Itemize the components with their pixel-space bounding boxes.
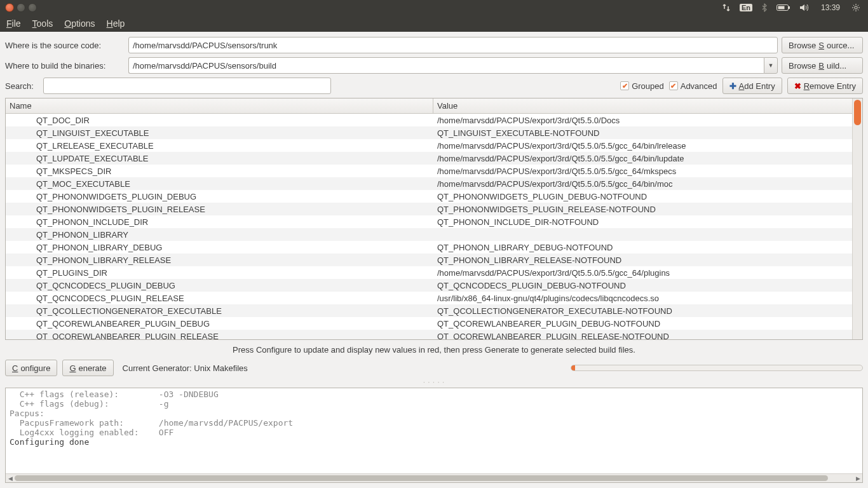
menu-options[interactable]: Options [64,18,95,29]
volume-icon[interactable] [799,3,810,12]
build-path-dropdown-button[interactable]: ▼ [764,57,778,74]
cache-var-value[interactable]: /home/marvsdd/PACPUS/export/3rd/Qt5.5.0/… [433,116,852,125]
window-close-button[interactable] [5,3,14,12]
cache-var-name: QT_PHONONWIDGETS_PLUGIN_DEBUG [6,192,433,201]
app-menubar: File Tools Options Help [0,15,868,32]
bluetooth-icon[interactable] [761,3,768,12]
table-row[interactable]: QT_PHONON_LIBRARY [6,228,852,241]
source-label: Where is the source code: [5,41,125,50]
cache-var-name: QT_LINGUIST_EXECUTABLE [6,128,433,138]
cache-var-name: QT_MOC_EXECUTABLE [6,179,433,189]
window-controls [3,3,37,12]
cache-var-value[interactable]: /usr/lib/x86_64-linux-gnu/qt4/plugins/co… [433,294,852,303]
keyboard-language-indicator[interactable]: En [740,4,752,11]
cache-var-name: QT_LRELEASE_EXECUTABLE [6,141,433,151]
table-row[interactable]: QT_PHONON_INCLUDE_DIRQT_PHONON_INCLUDE_D… [6,215,852,228]
network-icon[interactable] [722,3,731,12]
table-row[interactable]: QT_QCOREWLANBEARER_PLUGIN_RELEASEQT_QCOR… [6,330,852,339]
browse-build-button[interactable]: Browse Build... [782,57,863,74]
plus-icon: ✚ [729,81,736,91]
scrollbar-thumb[interactable] [854,100,861,125]
table-row[interactable]: QT_PHONON_LIBRARY_RELEASEQT_PHONON_LIBRA… [6,254,852,266]
cache-var-name: QT_QCOREWLANBEARER_PLUGIN_DEBUG [6,319,433,329]
add-entry-button[interactable]: ✚ Add Entry [722,78,782,94]
table-header: Name Value [6,98,852,114]
cache-var-name: QT_MKSPECS_DIR [6,166,433,176]
cache-var-value[interactable]: QT_PHONON_INCLUDE_DIR-NOTFOUND [433,217,852,227]
cache-var-value[interactable]: QT_QCOLLECTIONGENERATOR_EXECUTABLE-NOTFO… [433,306,852,316]
scroll-right-arrow-icon[interactable]: ▶ [853,474,862,482]
cache-var-value[interactable]: /home/marvsdd/PACPUS/export/3rd/Qt5.5.0/… [433,166,852,176]
cache-var-name: QT_PHONON_LIBRARY_DEBUG [6,243,433,252]
cache-var-name: QT_QCNCODECS_PLUGIN_RELEASE [6,294,433,303]
table-row[interactable]: QT_QCOLLECTIONGENERATOR_EXECUTABLEQT_QCO… [6,304,852,317]
checkbox-icon [669,81,678,90]
menu-help[interactable]: Help [107,18,125,29]
table-row[interactable]: QT_DOC_DIR/home/marvsdd/PACPUS/export/3r… [6,114,852,126]
hint-text: Press Configure to update and display ne… [5,344,863,356]
table-row[interactable]: QT_PHONON_LIBRARY_DEBUGQT_PHONON_LIBRARY… [6,241,852,254]
cache-var-name: QT_PHONON_INCLUDE_DIR [6,217,433,227]
menu-file[interactable]: File [6,18,21,29]
table-row[interactable]: QT_PHONONWIDGETS_PLUGIN_RELEASEQT_PHONON… [6,203,852,215]
table-row[interactable]: QT_MKSPECS_DIR/home/marvsdd/PACPUS/expor… [6,165,852,177]
horizontal-scrollbar[interactable]: ◀ ▶ [6,473,862,482]
progress-fill [571,365,575,370]
table-row[interactable]: QT_LINGUIST_EXECUTABLEQT_LINGUIST_EXECUT… [6,126,852,139]
cache-var-value[interactable]: /home/marvsdd/PACPUS/export/3rd/Qt5.5.0/… [433,268,852,278]
progress-bar [571,365,863,371]
generate-button[interactable]: Generate [62,360,113,376]
cache-var-value[interactable]: /home/marvsdd/PACPUS/export/3rd/Qt5.5.0/… [433,141,852,151]
build-path-input[interactable] [128,57,764,74]
output-text[interactable]: C++ flags (release): -O3 -DNDEBUG C++ fl… [6,388,862,473]
remove-icon: ✖ [794,81,801,91]
cache-var-value[interactable]: QT_PHONON_LIBRARY_RELEASE-NOTFOUND [433,255,852,265]
browse-source-button[interactable]: Browse Source... [782,37,863,53]
table-row[interactable]: QT_QCNCODECS_PLUGIN_DEBUGQT_QCNCODECS_PL… [6,279,852,292]
cache-var-name: QT_PLUGINS_DIR [6,268,433,278]
cache-var-name: QT_QCOLLECTIONGENERATOR_EXECUTABLE [6,306,433,316]
cache-var-value[interactable]: /home/marvsdd/PACPUS/export/3rd/Qt5.5.0/… [433,154,852,163]
column-header-name[interactable]: Name [6,98,433,113]
window-maximize-button[interactable] [28,3,37,12]
cache-var-name: QT_QCOREWLANBEARER_PLUGIN_RELEASE [6,332,433,340]
system-tray: En 13:39 [722,3,865,12]
vertical-scrollbar[interactable] [852,98,862,339]
cache-var-value[interactable]: QT_LINGUIST_EXECUTABLE-NOTFOUND [433,128,852,138]
scroll-left-arrow-icon[interactable]: ◀ [6,474,15,482]
search-input[interactable] [43,78,331,94]
cache-var-value[interactable]: QT_PHONON_LIBRARY_DEBUG-NOTFOUND [433,243,852,252]
advanced-checkbox[interactable]: Advanced [669,81,717,91]
settings-gear-icon[interactable] [851,3,860,12]
clock[interactable]: 13:39 [821,3,840,12]
battery-icon[interactable] [776,4,790,11]
column-header-value[interactable]: Value [433,98,852,113]
grouped-checkbox[interactable]: Grouped [620,81,664,91]
source-path-input[interactable] [128,37,778,53]
table-row[interactable]: QT_QCNCODECS_PLUGIN_RELEASE/usr/lib/x86_… [6,292,852,304]
menu-tools[interactable]: Tools [32,18,53,29]
table-row[interactable]: QT_QCOREWLANBEARER_PLUGIN_DEBUGQT_QCOREW… [6,317,852,330]
cache-var-value[interactable]: QT_PHONONWIDGETS_PLUGIN_RELEASE-NOTFOUND [433,205,852,214]
table-row[interactable]: QT_PLUGINS_DIR/home/marvsdd/PACPUS/expor… [6,266,852,279]
configure-button[interactable]: Configure [5,360,57,376]
system-top-panel: En 13:39 [0,0,868,15]
remove-entry-button[interactable]: ✖ Remove Entry [787,78,863,94]
advanced-label: Advanced [681,81,717,91]
svg-point-3 [855,6,857,9]
window-minimize-button[interactable] [17,3,25,12]
cache-var-value[interactable]: QT_PHONONWIDGETS_PLUGIN_DEBUG-NOTFOUND [433,192,852,201]
cache-var-value[interactable]: QT_QCOREWLANBEARER_PLUGIN_DEBUG-NOTFOUND [433,319,852,329]
cache-var-value[interactable]: QT_QCNCODECS_PLUGIN_DEBUG-NOTFOUND [433,281,852,290]
scrollbar-thumb[interactable] [15,475,828,481]
cache-var-name: QT_PHONON_LIBRARY_RELEASE [6,255,433,265]
cache-var-value[interactable]: /home/marvsdd/PACPUS/export/3rd/Qt5.5.0/… [433,179,852,189]
table-row[interactable]: QT_LRELEASE_EXECUTABLE/home/marvsdd/PACP… [6,139,852,152]
table-row[interactable]: QT_PHONONWIDGETS_PLUGIN_DEBUGQT_PHONONWI… [6,190,852,203]
table-row[interactable]: QT_LUPDATE_EXECUTABLE/home/marvsdd/PACPU… [6,152,852,165]
table-row[interactable]: QT_MOC_EXECUTABLE/home/marvsdd/PACPUS/ex… [6,177,852,190]
cache-var-value[interactable]: QT_QCOREWLANBEARER_PLUGIN_RELEASE-NOTFOU… [433,332,852,340]
splitter-handle[interactable]: · · · · · [5,380,863,384]
svg-rect-2 [778,6,784,10]
svg-rect-1 [789,6,790,9]
